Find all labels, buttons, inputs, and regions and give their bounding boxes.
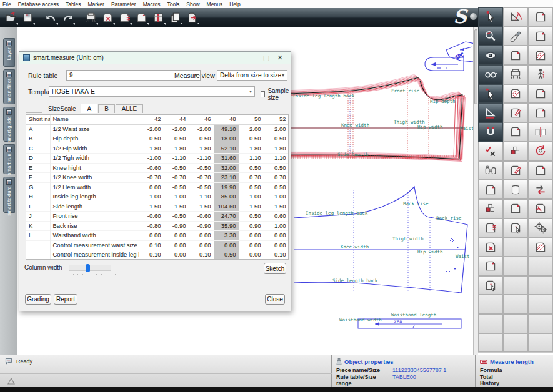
swap-arrows-icon[interactable] (528, 180, 553, 199)
value-cell[interactable]: -0.50 (164, 134, 189, 144)
value-cell[interactable]: 0.00 (239, 231, 264, 241)
piece-step-icon[interactable] (528, 27, 553, 46)
value-cell[interactable]: 0.50 (264, 182, 289, 192)
value-cell[interactable]: 0.50 (239, 134, 264, 144)
value-cell[interactable]: -0.50 (189, 182, 214, 192)
short-name-cell[interactable]: H (26, 192, 50, 202)
dialog-title-bar[interactable]: smart.measure (Unit: cm) – ▢ ✕ (19, 52, 291, 64)
value-cell[interactable]: 1.80 (239, 144, 264, 154)
sidebar-tab-smart-texture[interactable]: ▦smart.texture (3, 177, 15, 213)
piece-corner-icon[interactable] (478, 180, 503, 199)
value-cell[interactable]: -1.10 (189, 192, 214, 202)
piece-export-icon[interactable] (133, 9, 149, 26)
piece-hatch-icon[interactable] (503, 84, 528, 104)
save-icon[interactable] (19, 9, 36, 26)
value-cell[interactable]: -0.50 (164, 212, 189, 222)
menu-menus[interactable]: Menus (207, 1, 223, 7)
sidebar-tab-smart-guide[interactable]: ▦smart.guide (3, 107, 15, 142)
short-name-cell[interactable] (26, 250, 50, 260)
construction-tools-icon[interactable] (503, 7, 528, 27)
snap-magnet-icon[interactable] (478, 122, 503, 142)
size-scale-collapse[interactable]: — (26, 104, 42, 113)
measure-setsquare-icon[interactable] (478, 103, 503, 122)
value-cell[interactable]: -1.00 (139, 154, 164, 164)
plotter-icon[interactable] (82, 9, 99, 26)
scrollbar-thumb[interactable] (474, 29, 477, 104)
value-cell[interactable]: -1.50 (189, 202, 214, 212)
select-add-pointer-icon[interactable] (478, 84, 503, 104)
piece-move-icon[interactable] (503, 199, 528, 218)
menu-tables[interactable]: Tables (66, 1, 81, 7)
value-cell[interactable]: 23.10 (214, 173, 239, 183)
short-name-cell[interactable]: K (26, 221, 50, 231)
short-name-cell[interactable] (26, 240, 50, 250)
short-name-cell[interactable]: I (26, 202, 50, 212)
menu-tools[interactable]: Tools (167, 1, 180, 7)
short-name-cell[interactable]: C (26, 144, 50, 154)
value-cell[interactable]: 49.10 (214, 124, 239, 134)
value-cell[interactable]: 18.00 (214, 134, 239, 144)
value-cell[interactable]: -0.70 (189, 173, 214, 183)
search-binoculars-icon[interactable] (478, 161, 503, 180)
value-cell[interactable]: 1.50 (264, 202, 289, 212)
value-cell[interactable]: 0.50 (264, 134, 289, 144)
sample-size-checkbox[interactable]: Sample size (261, 87, 291, 101)
piece-cursor-icon[interactable] (503, 218, 528, 238)
name-cell[interactable]: Knee hight (50, 163, 139, 173)
table-row[interactable]: HInside leg length-1.00-1.00-1.1085.001.… (26, 192, 289, 202)
select-pointer-icon[interactable] (478, 7, 503, 27)
stamp-hatch-icon[interactable] (528, 237, 553, 257)
value-cell[interactable]: -0.50 (189, 163, 214, 173)
menu-file[interactable]: File (2, 1, 11, 7)
name-cell[interactable]: Back rise (50, 221, 139, 231)
value-cell[interactable]: 52.10 (214, 144, 239, 154)
grade-group-icon[interactable] (503, 142, 528, 161)
short-name-cell[interactable]: B (26, 134, 50, 144)
value-cell[interactable]: -1.00 (164, 192, 189, 202)
short-name-cell[interactable]: J (26, 212, 50, 222)
report-button[interactable]: Report (54, 294, 77, 305)
visibility-eye-icon[interactable] (478, 46, 503, 65)
value-cell[interactable]: -2.00 (189, 124, 214, 134)
front-piece[interactable] (294, 187, 467, 293)
table-row[interactable]: Control measurement inside leg le...0.10… (26, 250, 289, 260)
piece-delete-icon[interactable] (478, 237, 503, 257)
name-cell[interactable]: Inside leg length (50, 192, 139, 202)
template-select[interactable]: HOSE-HAKA-E▾ (49, 86, 255, 97)
cut-pieces-icon[interactable] (528, 199, 553, 218)
zoom-icon[interactable] (478, 27, 503, 46)
value-cell[interactable]: 0.90 (239, 221, 264, 231)
piece-add-icon[interactable] (528, 84, 553, 104)
value-cell[interactable]: -0.90 (189, 221, 214, 231)
value-cell[interactable]: 104.60 (214, 202, 239, 212)
redo-icon[interactable] (59, 9, 76, 26)
value-cell[interactable]: 0.00 (164, 240, 189, 250)
table-row[interactable]: A1/2 Waist size-2.00-2.00-2.0049.102.002… (26, 124, 289, 134)
value-cell[interactable]: 0.00 (139, 182, 164, 192)
value-cell[interactable]: 31.60 (214, 154, 239, 164)
doc-curl-icon[interactable] (528, 161, 553, 180)
name-cell[interactable]: 1/2 Hip width (50, 144, 139, 154)
piece-edit-icon[interactable] (503, 103, 528, 122)
table-row[interactable]: G1/2 Hem width0.00-0.50-0.5019.900.500.5… (26, 182, 289, 192)
name-cell[interactable]: 1/2 Waist size (50, 124, 139, 134)
value-cell[interactable]: -1.10 (164, 154, 189, 164)
value-cell[interactable]: -1.10 (189, 154, 214, 164)
measure-view-select[interactable]: Delta from size to size▾ (217, 70, 287, 81)
table-row[interactable]: Control measurement waist size0.100.000.… (26, 240, 289, 250)
menu-database-access[interactable]: Database access (18, 1, 59, 7)
close-window-button[interactable]: ✕ (273, 53, 287, 63)
value-cell[interactable]: 1.00 (239, 192, 264, 202)
value-cell[interactable]: -0.90 (164, 221, 189, 231)
name-cell[interactable]: 1/2 Hem width (50, 182, 139, 192)
value-cell[interactable]: 0.10 (139, 250, 164, 260)
maximize-button[interactable]: ▢ (259, 53, 273, 63)
value-cell[interactable]: 0.50 (239, 212, 264, 222)
table-row[interactable]: BHip depth-0.50-0.50-0.5018.000.500.500.… (26, 134, 289, 144)
name-cell[interactable]: Hip depth (50, 134, 139, 144)
approve-piece-icon[interactable] (503, 122, 528, 142)
delete-marker-icon[interactable] (99, 9, 116, 26)
value-cell[interactable]: -0.80 (139, 221, 164, 231)
value-cell[interactable]: -0.70 (164, 173, 189, 183)
table-row[interactable]: LWaistband width0.000.000.003.300.000.00… (26, 231, 289, 241)
